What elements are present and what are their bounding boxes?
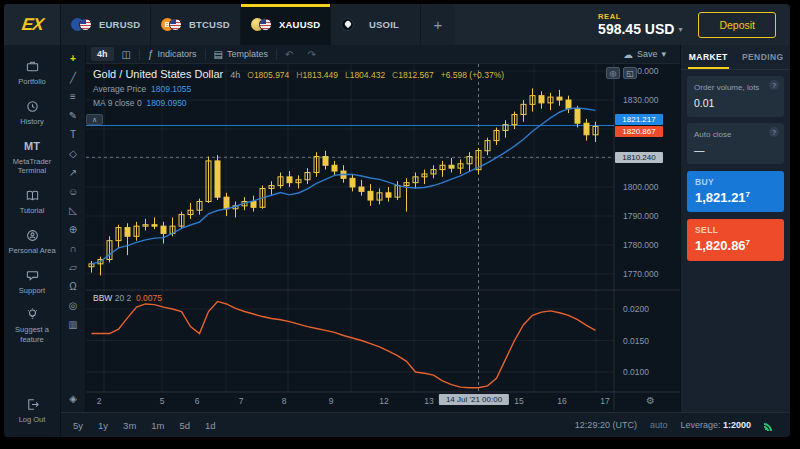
- brush-tool[interactable]: ✎: [64, 107, 83, 123]
- save-layout-button[interactable]: ☁ Save ▾: [617, 47, 672, 62]
- hide-drawings-tool[interactable]: ◎: [64, 297, 83, 313]
- x-axis-label: 17: [600, 396, 609, 406]
- briefcase-icon: [25, 59, 40, 74]
- lock-drawings-tool[interactable]: Ω: [64, 278, 83, 294]
- deposit-button[interactable]: Deposit: [698, 12, 776, 38]
- price-axis-label: 1770.000: [623, 269, 658, 279]
- x-axis-label: 12: [379, 396, 388, 406]
- range-button-1y[interactable]: 1y: [98, 420, 108, 431]
- x-axis-label: 5: [160, 396, 165, 406]
- templates-button[interactable]: ▤ Templates: [208, 47, 274, 62]
- drawing-mode-tool[interactable]: ▱: [64, 259, 83, 275]
- price-chart[interactable]: Gold / United States Dollar 4h O1805.974…: [86, 64, 680, 412]
- range-button-5y[interactable]: 5y: [73, 420, 83, 431]
- timezone-mode-button[interactable]: auto: [650, 420, 668, 430]
- emoji-tool[interactable]: ☺: [64, 183, 83, 199]
- price-axis-label: 1830.000: [623, 95, 658, 105]
- fib-retracement-tool[interactable]: ≡: [64, 88, 83, 104]
- sell-button[interactable]: SELL 1,820.867: [687, 219, 784, 260]
- chat-bubble-icon: [25, 268, 40, 283]
- bbw-indicator-legend: BBW 20 2 0.0075: [93, 293, 162, 303]
- order-volume-value[interactable]: 0.01: [694, 97, 777, 109]
- collapse-legend-button[interactable]: ∧: [86, 114, 103, 125]
- sidebar-item-personal-area[interactable]: Personal Area: [4, 222, 60, 262]
- account-balance[interactable]: REAL 598.45 USD ▾: [598, 4, 682, 45]
- redo-button[interactable]: ↷: [301, 47, 321, 62]
- volume-help-icon[interactable]: ?: [769, 80, 779, 90]
- candle-style-icon: ◫: [122, 49, 131, 60]
- x-axis-label: 2: [97, 396, 102, 406]
- axis-settings-gear-icon[interactable]: ⚙: [646, 395, 655, 406]
- ohlc-high: H1813.449: [296, 70, 338, 80]
- pattern-tool[interactable]: ◇: [64, 145, 83, 161]
- x-axis-label: 15: [514, 396, 523, 406]
- broker-logo-icon: EX: [20, 15, 43, 35]
- buy-button[interactable]: BUY 1,821.217: [687, 171, 784, 212]
- order-volume-field[interactable]: Order volume, lots 0.01 ?: [687, 76, 784, 117]
- eurusd-pair-icon: [71, 18, 92, 32]
- tab-btcusd[interactable]: B BTCUSD: [151, 4, 241, 45]
- range-button-1m[interactable]: 1m: [151, 420, 164, 431]
- range-button-5d[interactable]: 5d: [180, 420, 191, 431]
- object-tree[interactable]: ◈: [64, 390, 83, 406]
- fullscreen-button[interactable]: ◱: [623, 67, 637, 79]
- ohlc-close: C1812.567: [392, 70, 434, 80]
- utc-clock: 12:29:20 (UTC): [575, 420, 637, 430]
- usoil-pair-icon: [341, 18, 362, 32]
- crosshair-tool[interactable]: +: [64, 50, 83, 66]
- crosshair-date-tag: 14 Jul '21 00:00: [439, 394, 509, 405]
- logout-icon: [25, 397, 40, 412]
- sidebar-item-tutorial[interactable]: Tutorial: [4, 182, 60, 222]
- magnet-tool[interactable]: ∩: [64, 240, 83, 256]
- tab-xauusd[interactable]: XAUUSD: [241, 4, 331, 45]
- trendline-tool[interactable]: ╱: [64, 69, 83, 85]
- auto-close-value[interactable]: —: [694, 144, 777, 156]
- timeframe-button[interactable]: 4h: [91, 47, 114, 61]
- screenshot-button[interactable]: ◎: [606, 67, 620, 79]
- person-icon: [25, 228, 40, 243]
- candle-style-button[interactable]: ◫: [116, 47, 137, 62]
- sidebar-item-portfolio[interactable]: Portfolio: [4, 53, 60, 93]
- price-axis-label: 0.0150: [623, 336, 649, 346]
- x-axis-label: 6: [195, 396, 200, 406]
- date-range-buttons: 5y1y3m1m5d1d: [73, 420, 216, 431]
- crosshair-price-tag: 1810.240: [615, 152, 663, 163]
- bottom-bar: 5y1y3m1m5d1d 12:29:20 (UTC) auto Leverag…: [61, 412, 790, 437]
- price-axis-label: 1800.000: [623, 182, 658, 192]
- price-axis-label: 1790.000: [623, 211, 658, 221]
- measure-tool[interactable]: ◺: [64, 202, 83, 218]
- ma-row: MA 9 close 0 1809.0950: [93, 98, 504, 108]
- zoom-in-tool[interactable]: ⊕: [64, 221, 83, 237]
- tab-market[interactable]: MARKET: [681, 45, 736, 69]
- buy-price: 1,821.217: [695, 190, 776, 205]
- tab-eurusd[interactable]: EURUSD: [61, 4, 151, 45]
- tab-usoil[interactable]: USOIL: [331, 4, 421, 45]
- x-axis-label: 8: [282, 396, 287, 406]
- position-tool[interactable]: ↗: [64, 164, 83, 180]
- chart-plot[interactable]: [86, 64, 680, 410]
- range-button-3m[interactable]: 3m: [123, 420, 136, 431]
- ohlc-low: L1804.432: [345, 70, 385, 80]
- delete-drawings-tool[interactable]: ▥: [64, 316, 83, 332]
- sidebar-item-metatrader-terminal[interactable]: MT MetaTrader Terminal: [4, 133, 60, 183]
- indicators-button[interactable]: ƒ Indicators: [142, 47, 203, 62]
- chevron-down-icon: ▾: [661, 49, 666, 59]
- auto-close-help-icon[interactable]: ?: [769, 127, 779, 137]
- add-instrument-tab-button[interactable]: +: [421, 4, 455, 45]
- sidebar-item-suggest-feature[interactable]: Suggest a feature: [4, 301, 60, 351]
- text-tool[interactable]: T: [64, 126, 83, 142]
- trading-app-window: EX EURUSD B BTCUSD XAUUSD USOIL +: [4, 4, 790, 437]
- broker-logo[interactable]: EX: [4, 4, 61, 45]
- book-icon: [25, 188, 40, 203]
- btcusd-pair-icon: B: [161, 18, 182, 32]
- tab-pending[interactable]: PENDING: [736, 45, 791, 69]
- sidebar-item-history[interactable]: History: [4, 93, 60, 133]
- drawing-toolbar: +╱≡✎T◇↗☺◺⊕∩▱Ω◎▥◈: [61, 45, 86, 412]
- undo-button[interactable]: ↶: [279, 47, 299, 62]
- range-button-1d[interactable]: 1d: [205, 420, 216, 431]
- auto-close-field[interactable]: Auto close — ?: [687, 123, 784, 164]
- average-price-row: Average Price 1809.1055: [93, 84, 504, 94]
- sidebar-item-support[interactable]: Support: [4, 262, 60, 302]
- chart-legend: Gold / United States Dollar 4h O1805.974…: [93, 68, 504, 108]
- sidebar-item-logout[interactable]: Log Out: [4, 391, 60, 431]
